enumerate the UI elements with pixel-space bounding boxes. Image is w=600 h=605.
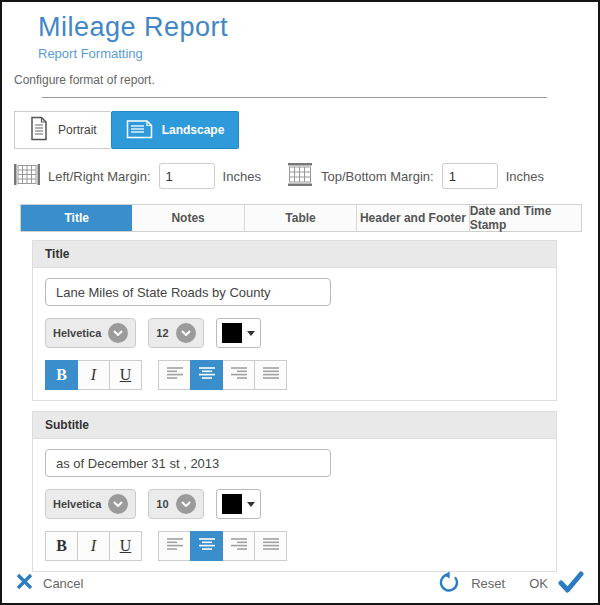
left-right-margin-icon [14, 163, 40, 189]
cancel-button[interactable]: Cancel [16, 573, 83, 593]
dialog-footer: Cancel Reset OK [2, 563, 598, 603]
left-right-margin-unit: Inches [223, 169, 261, 184]
title-align-justify-button[interactable] [254, 360, 287, 390]
landscape-page-icon [126, 118, 153, 142]
top-bottom-margin-group: Top/Bottom Margin: Inches [287, 163, 544, 189]
title-align-left-button[interactable] [158, 360, 191, 390]
title-font-name: Helvetica [53, 327, 101, 339]
tab-header-and-footer[interactable]: Header and Footer [357, 205, 469, 231]
orientation-group: Portrait Landscape [14, 111, 598, 149]
subtitle-bold-button[interactable]: B [45, 531, 78, 561]
portrait-button[interactable]: Portrait [14, 111, 111, 149]
subtitle-size-select[interactable]: 10 [148, 489, 203, 519]
cancel-x-icon [16, 573, 33, 593]
title-panel-header: Title [33, 241, 556, 268]
page-subtitle: Report Formatting [38, 46, 598, 61]
subtitle-panel-header: Subtitle [33, 412, 556, 439]
subtitle-align-justify-button[interactable] [254, 531, 287, 561]
title-font-select[interactable]: Helvetica [45, 318, 136, 348]
top-bottom-margin-icon [287, 163, 313, 189]
landscape-label: Landscape [162, 123, 225, 137]
portrait-label: Portrait [58, 123, 97, 137]
subtitle-color-picker[interactable] [216, 489, 261, 519]
subtitle-align-center-button[interactable] [190, 531, 223, 561]
subtitle-align-left-button[interactable] [158, 531, 191, 561]
top-bottom-margin-input[interactable] [442, 163, 498, 189]
title-align-center-button[interactable] [190, 360, 223, 390]
subtitle-align-right-button[interactable] [222, 531, 255, 561]
subtitle-italic-button[interactable]: I [77, 531, 110, 561]
subtitle-style-group: B I U [45, 531, 142, 561]
align-center-icon [198, 537, 216, 555]
subtitle-panel: Subtitle Helvetica 10 B [32, 411, 557, 572]
dropdown-arrow-icon [247, 502, 255, 507]
header-divider [42, 97, 547, 98]
subtitle-font-select[interactable]: Helvetica [45, 489, 136, 519]
title-font-size: 12 [156, 327, 168, 339]
subtitle-font-size: 10 [156, 498, 168, 510]
tab-notes[interactable]: Notes [132, 205, 244, 231]
tab-table[interactable]: Table [245, 205, 357, 231]
left-right-margin-label: Left/Right Margin: [48, 169, 151, 184]
tab-title[interactable]: Title [21, 205, 132, 231]
ok-check-icon[interactable] [558, 571, 584, 596]
footer-actions: Reset OK [439, 571, 584, 596]
chevron-down-icon [108, 494, 128, 514]
description-text: Configure format of report. [14, 73, 598, 87]
left-right-margin-input[interactable] [159, 163, 215, 189]
subtitle-color-swatch [222, 494, 242, 514]
align-justify-icon [262, 366, 280, 384]
subtitle-underline-button[interactable]: U [109, 531, 142, 561]
align-justify-icon [262, 537, 280, 555]
title-text-input[interactable] [45, 278, 331, 306]
subtitle-font-name: Helvetica [53, 498, 101, 510]
subtitle-align-group [158, 531, 287, 561]
tab-date-time-stamp[interactable]: Date and Time Stamp [470, 205, 581, 231]
reset-label[interactable]: Reset [471, 576, 505, 591]
title-bold-button[interactable]: B [45, 360, 78, 390]
dropdown-arrow-icon [247, 331, 255, 336]
margins-row: Left/Right Margin: Inches Top/Bottom Mar… [14, 163, 598, 189]
top-bottom-margin-label: Top/Bottom Margin: [321, 169, 434, 184]
title-italic-button[interactable]: I [77, 360, 110, 390]
title-style-group: B I U [45, 360, 142, 390]
title-panel: Title Helvetica 12 B [32, 240, 557, 401]
title-size-select[interactable]: 12 [148, 318, 203, 348]
title-color-swatch [222, 323, 242, 343]
title-align-right-button[interactable] [222, 360, 255, 390]
top-bottom-margin-unit: Inches [506, 169, 544, 184]
subtitle-text-input[interactable] [45, 449, 331, 477]
dialog-header: Mileage Report Report Formatting [2, 2, 598, 61]
title-align-group [158, 360, 287, 390]
chevron-down-icon [108, 323, 128, 343]
report-format-dialog: { "window": { "title": "Mileage Report",… [0, 0, 600, 605]
chevron-down-icon [176, 494, 196, 514]
chevron-down-icon [176, 323, 196, 343]
align-center-icon [198, 366, 216, 384]
portrait-page-icon [29, 116, 49, 144]
title-underline-button[interactable]: U [109, 360, 142, 390]
reset-icon[interactable] [439, 571, 461, 596]
align-right-icon [230, 537, 248, 555]
format-tabs: Title Notes Table Header and Footer Date… [20, 204, 582, 232]
align-left-icon [166, 366, 184, 384]
left-right-margin-group: Left/Right Margin: Inches [14, 163, 261, 189]
ok-label[interactable]: OK [529, 576, 548, 591]
align-right-icon [230, 366, 248, 384]
cancel-label: Cancel [43, 576, 83, 591]
page-title: Mileage Report [38, 12, 598, 43]
title-color-picker[interactable] [216, 318, 261, 348]
align-left-icon [166, 537, 184, 555]
landscape-button[interactable]: Landscape [111, 111, 240, 149]
